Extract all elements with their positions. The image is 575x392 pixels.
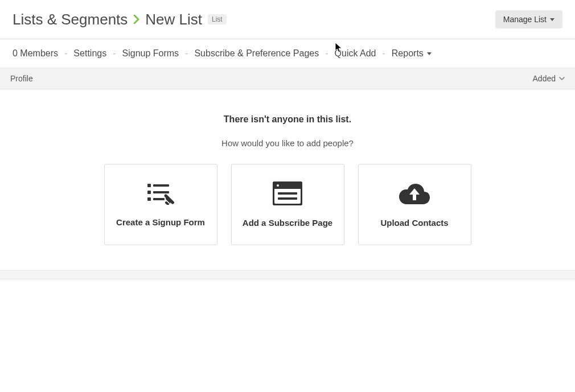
column-added-label: Added [533,74,556,83]
svg-rect-0 [147,184,151,187]
card-upload-contacts[interactable]: Upload Contacts [358,164,471,245]
chevron-right-icon [133,15,139,24]
svg-rect-8 [273,187,302,189]
card-label: Upload Contacts [380,218,448,228]
footer-strip [0,270,575,279]
form-list-icon [146,182,175,207]
type-badge: List [208,14,227,24]
tab-reports-label: Reports [392,48,424,59]
svg-rect-4 [147,197,151,201]
caret-down-icon [550,18,555,21]
empty-subheading: How would you like to add people? [0,138,575,148]
tabs-nav: 0 Members - Settings - Signup Forms - Su… [0,39,575,68]
empty-state: There isn't anyone in this list. How wou… [0,89,575,268]
svg-rect-3 [153,191,169,193]
empty-heading: There isn't anyone in this list. [0,114,575,125]
tab-separator: - [113,48,116,59]
svg-rect-2 [147,191,151,194]
action-cards: Create a Signup Form Add a Subscribe Pag… [0,164,575,245]
svg-rect-11 [278,197,297,200]
page-header: Lists & Segments New List List Manage Li… [0,0,575,39]
card-add-subscribe-page[interactable]: Add a Subscribe Page [231,164,344,245]
tab-members[interactable]: 0 Members [13,48,58,59]
tab-settings[interactable]: Settings [73,48,106,59]
manage-list-button[interactable]: Manage List [495,10,562,28]
column-added-sort[interactable]: Added [533,74,565,83]
column-profile: Profile [10,74,33,83]
caret-down-icon [427,52,432,55]
tab-signup-forms[interactable]: Signup Forms [122,48,179,59]
tab-subscribe-pages[interactable]: Subscribe & Preference Pages [194,48,319,59]
card-create-signup-form[interactable]: Create a Signup Form [104,164,217,245]
svg-point-9 [277,184,279,187]
svg-rect-10 [278,192,297,195]
card-label: Create a Signup Form [116,217,205,227]
svg-rect-1 [153,184,169,187]
page-icon [273,181,302,208]
tab-separator: - [325,48,328,59]
list-header-bar: Profile Added [0,68,575,89]
tab-quick-add[interactable]: Quick Add [335,48,376,59]
card-label: Add a Subscribe Page [243,218,332,228]
cloud-upload-icon [398,181,431,208]
tab-separator: - [64,48,67,59]
breadcrumb-current: New List [145,11,202,28]
tab-reports[interactable]: Reports [392,48,432,59]
manage-list-label: Manage List [503,15,547,24]
chevron-down-icon [559,77,565,80]
breadcrumb: Lists & Segments New List List [13,11,227,28]
svg-rect-5 [153,198,165,200]
tab-separator: - [185,48,188,59]
breadcrumb-root-link[interactable]: Lists & Segments [13,11,128,28]
tab-separator: - [382,48,385,59]
